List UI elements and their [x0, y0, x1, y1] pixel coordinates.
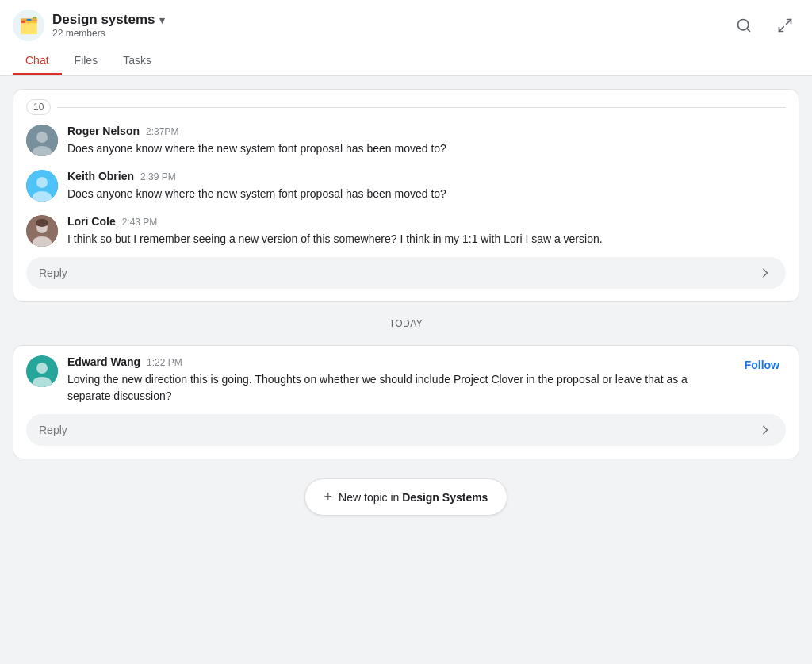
message-roger-text: Does anyone know where the new system fo… — [67, 140, 786, 157]
avatar-edward — [26, 355, 58, 387]
message-lori-name: Lori Cole — [67, 215, 116, 228]
unpin-icon — [777, 17, 793, 33]
avatar-keith — [26, 170, 58, 202]
plus-icon: + — [324, 489, 333, 505]
send-icon-2 — [757, 422, 773, 438]
reply-box-1 — [26, 257, 786, 289]
avatar-lori — [26, 215, 58, 247]
message-lori: Lori Cole 2:43 PM I think so but I remem… — [26, 215, 786, 248]
message-lori-body: Lori Cole 2:43 PM I think so but I remem… — [67, 215, 786, 248]
group-members: 22 members — [52, 28, 165, 39]
message-lori-time: 2:43 PM — [122, 217, 158, 228]
unpin-button[interactable] — [771, 11, 799, 40]
svg-point-15 — [36, 363, 48, 374]
svg-point-5 — [36, 132, 48, 143]
collapsed-count[interactable]: 10 — [26, 99, 51, 115]
main-content: 10 Roger Nelson 2:37PM — [0, 76, 812, 664]
new-topic-button[interactable]: + New topic in Design Systems — [304, 478, 508, 516]
group-avatar: 🗂️ — [13, 10, 44, 41]
message-roger-body: Roger Nelson 2:37PM Does anyone know whe… — [67, 125, 786, 157]
message-keith-header: Keith Obrien 2:39 PM — [67, 170, 786, 182]
message-edward-text: Loving the new direction this is going. … — [67, 371, 732, 405]
svg-line-2 — [787, 20, 791, 25]
avatar-lori-img — [26, 215, 58, 247]
avatar-roger-img — [26, 125, 58, 156]
message-edward-body: Edward Wang 1:22 PM Loving the new direc… — [67, 355, 732, 405]
header-icons — [730, 11, 799, 40]
message-keith-name: Keith Obrien — [67, 170, 134, 182]
header-left: 🗂️ Design systems ▾ 22 members — [13, 10, 165, 41]
avatar-roger — [26, 125, 58, 156]
message-lori-text: I think so but I remember seeing a new v… — [67, 231, 786, 248]
group-name[interactable]: Design systems ▾ — [52, 12, 165, 28]
collapsed-bar: 10 — [13, 90, 799, 115]
message-keith-body: Keith Obrien 2:39 PM Does anyone know wh… — [67, 170, 786, 202]
message-keith-time: 2:39 PM — [140, 171, 176, 182]
search-icon — [736, 17, 752, 33]
message-keith: Keith Obrien 2:39 PM Does anyone know wh… — [26, 170, 786, 202]
message-edward-name: Edward Wang — [67, 355, 140, 368]
message-edward: Edward Wang 1:22 PM Loving the new direc… — [26, 355, 732, 405]
message-edward-header: Edward Wang 1:22 PM — [67, 355, 732, 368]
header-top: 🗂️ Design systems ▾ 22 members — [13, 10, 799, 41]
svg-point-13 — [36, 219, 48, 227]
thread-card-2: Edward Wang 1:22 PM Loving the new direc… — [13, 345, 799, 459]
avatar-edward-img — [26, 355, 58, 387]
collapsed-line — [57, 107, 786, 108]
message-lori-header: Lori Cole 2:43 PM — [67, 215, 786, 228]
search-button[interactable] — [730, 11, 758, 40]
reply-input-1[interactable] — [39, 267, 751, 279]
send-button-1[interactable] — [757, 265, 773, 281]
tabs: Chat Files Tasks — [13, 48, 799, 75]
thread-card-1: 10 Roger Nelson 2:37PM — [13, 89, 799, 302]
tab-files[interactable]: Files — [62, 48, 111, 75]
chevron-icon[interactable]: ▾ — [159, 14, 165, 26]
message-roger-time: 2:37PM — [146, 126, 178, 137]
send-button-2[interactable] — [757, 422, 773, 438]
thread2-header-row: Edward Wang 1:22 PM Loving the new direc… — [26, 355, 786, 405]
reply-input-2[interactable] — [39, 424, 751, 436]
send-icon-1 — [757, 265, 773, 281]
thread2-message-area: Edward Wang 1:22 PM Loving the new direc… — [13, 346, 799, 414]
message-roger: Roger Nelson 2:37PM Does anyone know whe… — [26, 125, 786, 157]
tab-chat[interactable]: Chat — [13, 48, 62, 75]
svg-point-8 — [36, 177, 48, 188]
message-roger-header: Roger Nelson 2:37PM — [67, 125, 786, 137]
reply-box-2 — [26, 414, 786, 446]
tab-tasks[interactable]: Tasks — [110, 48, 164, 75]
date-divider: TODAY — [13, 312, 799, 336]
group-info: Design systems ▾ 22 members — [52, 12, 165, 39]
message-roger-name: Roger Nelson — [67, 125, 140, 137]
new-topic-label: New topic in Design Systems — [339, 491, 488, 504]
follow-button[interactable]: Follow — [738, 355, 786, 374]
message-edward-time: 1:22 PM — [147, 357, 182, 368]
svg-line-1 — [747, 29, 750, 32]
thread1-messages: Roger Nelson 2:37PM Does anyone know whe… — [13, 115, 799, 257]
svg-line-3 — [779, 27, 784, 32]
message-keith-text: Does anyone know where the new system fo… — [67, 186, 786, 202]
new-topic-area: + New topic in Design Systems — [13, 469, 799, 522]
avatar-keith-img — [26, 170, 58, 202]
header: 🗂️ Design systems ▾ 22 members — [0, 0, 812, 76]
